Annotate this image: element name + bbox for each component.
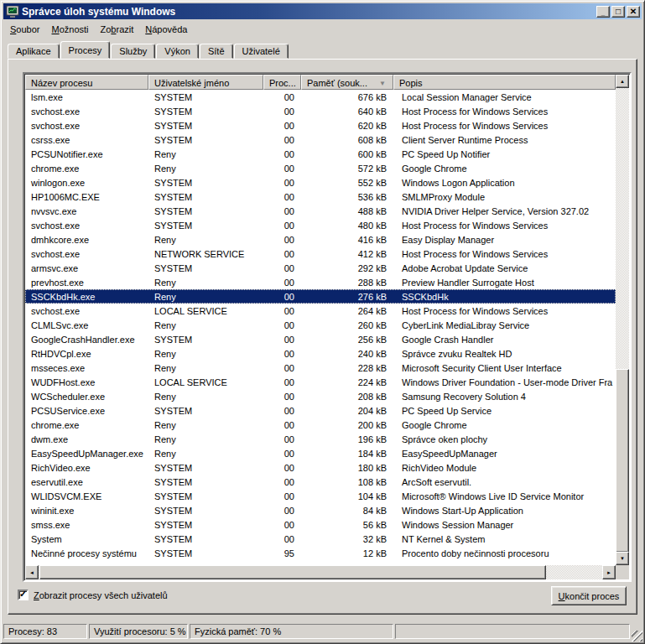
column-label: Popis	[399, 78, 423, 88]
cell-user: SYSTEM	[148, 221, 263, 231]
cell-user: SYSTEM	[148, 135, 263, 145]
column-header-mem[interactable]: Paměť (souk...▼	[301, 75, 393, 90]
table-row[interactable]: eservutil.exeSYSTEM00108 kBArcSoft eserv…	[25, 475, 616, 489]
table-row[interactable]: chrome.exeReny00200 kBGoogle Chrome	[25, 418, 616, 432]
tab-vykon[interactable]: Výkon	[156, 44, 199, 59]
table-row[interactable]: wininit.exeSYSTEM0084 kBWindows Start-Up…	[25, 503, 616, 517]
table-row[interactable]: chrome.exeReny00572 kBGoogle Chrome	[25, 161, 616, 175]
cell-user: Reny	[148, 164, 263, 174]
cell-name: msseces.exe	[25, 363, 148, 373]
cell-desc: Správce zvuku Realtek HD	[393, 349, 616, 359]
table-row[interactable]: HP1006MC.EXESYSTEM00536 kBSMLMProxy Modu…	[25, 190, 616, 204]
cell-desc: NVIDIA Driver Helper Service, Version 32…	[393, 206, 616, 216]
scroll-right-button[interactable]: ►	[602, 565, 616, 579]
table-row[interactable]: msseces.exeReny00228 kBMicrosoft Securit…	[25, 361, 616, 375]
resize-grip-icon[interactable]	[632, 631, 642, 641]
maximize-button[interactable]: □	[611, 6, 625, 18]
table-row[interactable]: WUDFHost.exeLOCAL SERVICE00224 kBWindows…	[25, 375, 616, 389]
table-row[interactable]: prevhost.exeReny00288 kBPreview Handler …	[25, 275, 616, 289]
table-row[interactable]: WLIDSVCM.EXESYSTEM00104 kBMicrosoft® Win…	[25, 489, 616, 503]
horizontal-scrollbar[interactable]: ◄ ►	[25, 565, 616, 579]
cell-cpu: 00	[263, 92, 301, 102]
cell-desc: RichVideo Module	[393, 463, 616, 473]
tab-site[interactable]: Sítě	[200, 44, 233, 59]
cell-mem: 552 kB	[301, 178, 393, 188]
cell-mem: 480 kB	[301, 221, 393, 231]
table-row[interactable]: RtHDVCpl.exeReny00240 kBSprávce zvuku Re…	[25, 346, 616, 361]
close-button[interactable]: ✕	[627, 6, 640, 18]
table-row[interactable]: lsm.exeSYSTEM00676 kBLocal Session Manag…	[25, 90, 616, 104]
table-row[interactable]: svchost.exeSYSTEM00620 kBHost Process fo…	[25, 118, 616, 132]
cell-cpu: 00	[263, 106, 301, 117]
horizontal-scroll-thumb[interactable]	[39, 565, 546, 579]
cell-name: svchost.exe	[25, 306, 148, 316]
cell-cpu: 00	[263, 121, 301, 131]
scroll-up-button[interactable]: ▲	[616, 75, 629, 88]
table-row[interactable]: SystemSYSTEM0032 kBNT Kernel & System	[25, 532, 616, 546]
cell-cpu: 95	[263, 548, 301, 558]
cell-cpu: 00	[263, 178, 301, 188]
scroll-left-button[interactable]: ◄	[25, 565, 39, 579]
tab-aplikace[interactable]: Aplikace	[8, 44, 60, 59]
cell-mem: 488 kB	[301, 206, 393, 216]
table-row[interactable]: svchost.exeLOCAL SERVICE00264 kBHost Pro…	[25, 304, 616, 318]
cell-desc: Windows Logon Application	[393, 178, 616, 188]
table-row[interactable]: Nečinné procesy systémuSYSTEM9512 kBProc…	[25, 546, 616, 560]
menu-zobrazit[interactable]: Zobrazit	[95, 22, 140, 37]
column-header-desc[interactable]: Popis	[393, 75, 616, 90]
vertical-scrollbar[interactable]: ▲ ▼	[616, 75, 629, 565]
tab-procesy[interactable]: Procesy	[60, 41, 111, 59]
table-row[interactable]: winlogon.exeSYSTEM00552 kBWindows Logon …	[25, 175, 616, 190]
table-row[interactable]: EasySpeedUpManager.exeReny00184 kBEasySp…	[25, 446, 616, 460]
cell-name: chrome.exe	[25, 164, 148, 174]
table-row[interactable]: PCSUService.exeSYSTEM00204 kBPC Speed Up…	[25, 403, 616, 418]
tab-strip: AplikaceProcesySlužbyVýkonSítěUživatelé	[8, 41, 637, 59]
horizontal-scroll-track[interactable]	[39, 565, 602, 579]
cell-desc: Microsoft® Windows Live ID Service Monit…	[393, 491, 616, 501]
end-process-button[interactable]: Ukončit proces	[551, 586, 627, 605]
title-bar[interactable]: Správce úloh systému Windows _ □ ✕	[3, 3, 642, 19]
cell-mem: 32 kB	[301, 534, 393, 544]
cell-user: SYSTEM	[148, 335, 263, 345]
menu-moznosti[interactable]: Možnosti	[45, 22, 94, 37]
list-header: Název procesuUživatelské jménoProc...Pam…	[25, 75, 616, 90]
minimize-button[interactable]: _	[596, 6, 610, 18]
table-row[interactable]: nvvsvc.exeSYSTEM00488 kBNVIDIA Driver He…	[25, 204, 616, 218]
show-all-users-label: Zobrazit procesy všech uživatelů	[34, 590, 168, 600]
column-header-cpu[interactable]: Proc...	[263, 75, 301, 90]
table-row[interactable]: smss.exeSYSTEM0056 kBWindows Session Man…	[25, 517, 616, 532]
column-label: Uživatelské jméno	[154, 78, 229, 88]
cell-desc: Host Process for Windows Services	[393, 221, 616, 231]
table-row[interactable]: dmhkcore.exeReny00416 kBEasy Display Man…	[25, 232, 616, 247]
cell-name: System	[25, 534, 148, 544]
table-row[interactable]: csrss.exeSYSTEM00608 kBClient Server Run…	[25, 132, 616, 147]
menu-napoveda[interactable]: Nápověda	[139, 22, 193, 37]
cell-mem: 292 kB	[301, 263, 393, 273]
tab-sluzby[interactable]: Služby	[111, 44, 155, 59]
table-row[interactable]: SSCKbdHk.exeReny00276 kBSSCKbdHk	[25, 289, 616, 304]
table-row[interactable]: svchost.exeSYSTEM00480 kBHost Process fo…	[25, 218, 616, 232]
table-row[interactable]: CLMLSvc.exeReny00260 kBCyberLink MediaLi…	[25, 318, 616, 332]
cell-mem: 184 kB	[301, 449, 393, 459]
column-header-name[interactable]: Název procesu	[25, 75, 148, 90]
table-row[interactable]: RichVideo.exeSYSTEM00180 kBRichVideo Mod…	[25, 460, 616, 475]
table-row[interactable]: GoogleCrashHandler.exeSYSTEM00256 kBGoog…	[25, 332, 616, 346]
table-row[interactable]: WCScheduler.exeReny00208 kBSamsung Recov…	[25, 389, 616, 403]
show-all-users-option[interactable]: ✓ Zobrazit procesy všech uživatelů	[18, 589, 168, 600]
table-row[interactable]: armsvc.exeSYSTEM00292 kBAdobe Acrobat Up…	[25, 261, 616, 275]
table-row[interactable]: dwm.exeReny00196 kBSprávce oken plochy	[25, 432, 616, 446]
menu-soubor[interactable]: Soubor	[4, 22, 45, 37]
vertical-scroll-thumb[interactable]	[616, 369, 629, 553]
show-all-users-checkbox[interactable]: ✓	[18, 589, 29, 600]
table-row[interactable]: svchost.exeSYSTEM00640 kBHost Process fo…	[25, 104, 616, 118]
column-header-user[interactable]: Uživatelské jméno	[148, 75, 263, 90]
vertical-scroll-track[interactable]	[616, 88, 629, 552]
cell-name: dwm.exe	[25, 434, 148, 444]
cell-cpu: 00	[263, 463, 301, 473]
cell-mem: 12 kB	[301, 548, 393, 558]
cell-name: GoogleCrashHandler.exe	[25, 335, 148, 345]
table-row[interactable]: PCSUNotifier.exeReny00600 kBPC Speed Up …	[25, 147, 616, 161]
scroll-down-button[interactable]: ▼	[616, 552, 629, 565]
table-row[interactable]: svchost.exeNETWORK SERVICE00412 kBHost P…	[25, 247, 616, 261]
tab-uzivatele[interactable]: Uživatelé	[234, 44, 289, 59]
